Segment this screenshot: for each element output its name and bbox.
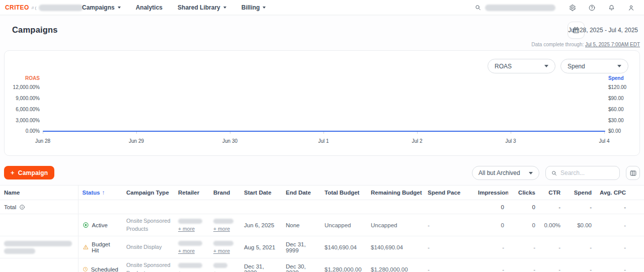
- add-campaign-button[interactable]: + Campaign: [4, 166, 54, 179]
- col-campaign-type[interactable]: Campaign Type: [122, 186, 174, 200]
- help-button[interactable]: [582, 0, 602, 15]
- x-axis-label: Jul 1: [303, 138, 344, 144]
- scheduled-clock-icon: [83, 266, 88, 272]
- table-header-row: Name Status↑ Campaign Type Retailer Bran…: [0, 186, 644, 200]
- chevron-down-icon: [118, 7, 121, 9]
- budget-hit-warning-icon: [83, 244, 89, 250]
- date-range-value[interactable]: Jun 28, 2025 - Jul 4, 2025: [568, 22, 638, 39]
- notifications-button[interactable]: [602, 0, 621, 15]
- column-settings-button[interactable]: [626, 166, 640, 180]
- table-row: Scheduled Onsite Sponsored Products + mo…: [0, 258, 644, 272]
- nav-analytics[interactable]: Analytics: [136, 4, 163, 11]
- right-axis-tick: $30.00: [608, 118, 638, 123]
- brand-more-link[interactable]: + more: [213, 248, 230, 254]
- chevron-down-icon: [263, 7, 266, 9]
- col-total-budget[interactable]: Total Budget: [320, 186, 367, 200]
- col-brand[interactable]: Brand: [209, 186, 240, 200]
- redacted-retailer: [178, 219, 202, 224]
- col-retailer[interactable]: Retailer: [174, 186, 209, 200]
- col-spend-pace[interactable]: Spend Pace: [424, 186, 474, 200]
- brand-more-link[interactable]: + more: [213, 226, 230, 232]
- right-axis-tick: $0.00: [608, 128, 638, 134]
- x-axis-label: Jul 3: [491, 138, 531, 144]
- right-axis-tick: $60.00: [608, 107, 638, 112]
- redacted-brand: [213, 263, 227, 268]
- info-icon[interactable]: [19, 204, 25, 210]
- col-spend[interactable]: Spend: [565, 186, 596, 200]
- columns-icon: [629, 169, 637, 177]
- settings-button[interactable]: [562, 0, 582, 15]
- col-avg-cpc[interactable]: Avg. CPC: [596, 186, 644, 200]
- search-icon[interactable]: [474, 4, 481, 11]
- nav-shared-library[interactable]: Shared Library: [178, 4, 226, 11]
- topbar-actions: [474, 0, 641, 15]
- table-row: Budget Hit Onsite Display + more + m: [0, 236, 644, 258]
- status-badge: Active: [83, 222, 119, 228]
- col-ctr[interactable]: CTR: [539, 186, 565, 200]
- x-axis-label: Jun 28: [23, 138, 63, 144]
- campaign-name-cell[interactable]: [0, 258, 78, 272]
- sort-asc-icon: ↑: [102, 190, 105, 196]
- col-end-date[interactable]: End Date: [282, 186, 320, 200]
- search-input[interactable]: [560, 169, 614, 176]
- campaign-name-cell[interactable]: [0, 236, 78, 258]
- x-axis-label: Jun 29: [116, 138, 156, 144]
- plus-icon: +: [11, 169, 15, 176]
- left-axis-tick: 3,000.00%: [9, 118, 40, 123]
- redacted-global-search[interactable]: [485, 5, 555, 11]
- redacted-campaign-name: [4, 248, 35, 254]
- active-status-icon: [83, 222, 89, 228]
- x-axis-label: Jun 30: [210, 138, 250, 144]
- status-badge: Budget Hit: [83, 241, 119, 253]
- col-remaining-budget[interactable]: Remaining Budget: [367, 186, 424, 200]
- account-button[interactable]: [621, 0, 641, 15]
- nav-campaigns[interactable]: Campaigns: [82, 4, 121, 11]
- col-name[interactable]: Name: [0, 186, 78, 200]
- chevron-down-icon: [544, 65, 548, 67]
- main-nav: Campaigns Analytics Shared Library Billi…: [82, 0, 266, 15]
- right-axis-tick: $90.00: [608, 96, 638, 101]
- retailer-more-link[interactable]: + more: [178, 248, 195, 254]
- nav-billing[interactable]: Billing: [242, 4, 266, 11]
- table-search: [545, 166, 620, 180]
- x-axis-label: Jul 2: [397, 138, 437, 144]
- campaigns-table: Name Status↑ Campaign Type Retailer Bran…: [0, 185, 644, 272]
- performance-chart-card: ROAS Spend ROAS 12,000.00% 9,000.00% 6,0…: [4, 50, 640, 156]
- criteo-logo[interactable]: CRITEO // (: [5, 0, 83, 15]
- redacted-campaign-name: [4, 241, 72, 246]
- col-clicks[interactable]: Clicks: [508, 186, 539, 200]
- col-impressions[interactable]: Impressions: [474, 186, 508, 200]
- status-badge: Scheduled: [83, 266, 119, 272]
- left-metric-select[interactable]: ROAS: [488, 59, 555, 73]
- left-axis-tick: 9,000.00%: [9, 96, 40, 101]
- table-controls: All but Archived: [472, 166, 640, 180]
- data-complete-link[interactable]: Jul 5, 2025 7:00AM EDT: [585, 42, 640, 47]
- redacted-retailer: [178, 241, 202, 246]
- campaign-name-cell[interactable]: [0, 214, 78, 236]
- redacted-account-name: [39, 5, 83, 11]
- col-status[interactable]: Status↑: [78, 186, 122, 200]
- right-axis-tick: $120.00: [608, 84, 638, 90]
- retailer-more-link[interactable]: + more: [178, 270, 195, 272]
- chevron-down-icon: [223, 7, 226, 9]
- criteo-campaigns-page: CRITEO // ( Campaigns Analytics Shared L…: [0, 0, 644, 272]
- bell-icon: [608, 4, 615, 12]
- retailer-more-link[interactable]: + more: [178, 226, 195, 232]
- status-filter-select[interactable]: All but Archived: [472, 166, 539, 180]
- brand-more-link[interactable]: + more: [213, 270, 230, 272]
- search-icon: [551, 170, 557, 176]
- help-icon: [588, 4, 596, 12]
- col-start-date[interactable]: Start Date: [240, 186, 282, 200]
- table-row: Active Onsite Sponsored Products + more: [0, 214, 644, 236]
- left-axis-tick: 0.00%: [9, 128, 40, 134]
- left-axis-title: ROAS: [9, 75, 40, 81]
- right-axis-title: Spend: [608, 75, 638, 81]
- left-axis-tick: 12,000.00%: [9, 84, 40, 90]
- user-icon: [627, 4, 635, 12]
- right-metric-select[interactable]: Spend: [560, 59, 628, 73]
- logo-suffix: // (: [32, 6, 36, 10]
- redacted-brand: [213, 219, 233, 224]
- chart-metric-selectors: ROAS Spend: [488, 59, 628, 73]
- top-navbar: CRITEO // ( Campaigns Analytics Shared L…: [0, 0, 644, 15]
- redacted-brand: [213, 241, 233, 246]
